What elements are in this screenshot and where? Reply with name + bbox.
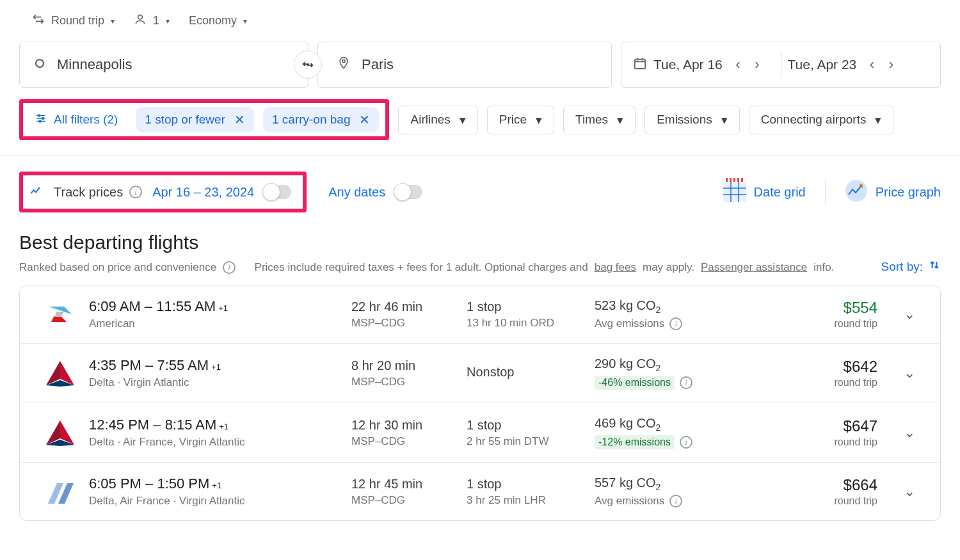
destination-value: Paris	[362, 56, 394, 73]
depart-date-value: Tue, Apr 16	[653, 57, 723, 72]
results-subtitle: Ranked based on price and convenience i …	[19, 261, 834, 274]
track-any-dates-toggle[interactable]	[396, 185, 422, 199]
svg-rect-3	[635, 59, 646, 68]
info-icon[interactable]: i	[129, 186, 142, 198]
svg-point-2	[342, 60, 345, 62]
airline-logo	[38, 299, 83, 330]
caret-down-icon: ▾	[166, 17, 170, 26]
flight-stops: 1 stop	[467, 418, 588, 433]
flight-row[interactable]: 6:09 AM – 11:55 AM+1 American 22 hr 46 m…	[20, 285, 940, 344]
emissions-sub: -46% emissions i	[595, 376, 735, 390]
track-prices-label: Track prices i	[54, 185, 142, 200]
sort-by-button[interactable]: Sort by:	[881, 259, 941, 275]
swap-origin-dest-button[interactable]	[294, 51, 322, 79]
flight-emissions: 557 kg CO2	[595, 476, 735, 492]
flight-duration: 12 hr 30 min	[351, 418, 460, 433]
close-icon[interactable]: ✕	[359, 112, 370, 127]
return-prev-button[interactable]: ‹	[863, 56, 881, 73]
flight-stops: 1 stop	[467, 300, 588, 314]
flight-duration: 12 hr 45 min	[351, 477, 460, 492]
passengers-select[interactable]: 1 ▾	[134, 13, 170, 29]
info-icon[interactable]: i	[680, 376, 692, 389]
airline-name: Delta · Virgin Atlantic	[89, 376, 345, 389]
expand-icon[interactable]: ⌄	[897, 424, 922, 441]
flight-emissions: 469 kg CO2	[595, 416, 735, 433]
filter-chip-bags[interactable]: 1 carry-on bag ✕	[263, 107, 380, 132]
expand-icon[interactable]: ⌄	[897, 365, 922, 381]
price-sublabel: round trip	[742, 495, 877, 507]
flight-row[interactable]: 6:05 PM – 1:50 PM+1 Delta, Air France · …	[20, 463, 940, 520]
track-dates-toggle[interactable]	[264, 185, 291, 199]
flight-price: $664	[742, 476, 877, 494]
origin-input[interactable]: Minneapolis	[19, 42, 308, 88]
flight-emissions: 523 kg CO2	[595, 298, 735, 315]
flight-layover: 13 hr 10 min ORD	[467, 317, 588, 330]
flight-price: $647	[742, 417, 877, 435]
filter-price[interactable]: Price▾	[487, 106, 554, 134]
info-icon[interactable]: i	[669, 317, 682, 330]
airline-logo	[38, 478, 83, 505]
expand-icon[interactable]: ⌄	[897, 306, 922, 323]
date-range-input[interactable]: Tue, Apr 16 ‹ › Tue, Apr 23 ‹ ›	[621, 42, 941, 88]
svg-point-4	[38, 115, 40, 116]
price-graph-button[interactable]: Price graph	[845, 179, 941, 205]
close-icon[interactable]: ✕	[234, 112, 245, 127]
highlight-filters: All filters (2) 1 stop or fewer ✕ 1 carr…	[19, 99, 389, 140]
airline-logo	[38, 419, 83, 446]
filter-times[interactable]: Times▾	[563, 106, 636, 134]
chip-label: 1 stop or fewer	[145, 113, 225, 127]
airline-name: American	[89, 317, 345, 330]
bag-fees-link[interactable]: bag fees	[595, 261, 636, 274]
flight-row[interactable]: 12:45 PM – 8:15 AM+1 Delta · Air France,…	[20, 403, 940, 463]
calendar-icon	[633, 56, 647, 74]
emissions-badge: -12% emissions	[595, 435, 675, 449]
flight-list: 6:09 AM – 11:55 AM+1 American 22 hr 46 m…	[19, 285, 941, 521]
flight-duration: 8 hr 20 min	[351, 358, 460, 373]
filter-airlines[interactable]: Airlines▾	[398, 106, 477, 134]
results-title: Best departing flights	[19, 232, 941, 253]
flight-stops: 1 stop	[467, 477, 588, 492]
caret-down-icon: ▾	[111, 17, 115, 26]
passenger-assistance-link[interactable]: Passenger assistance	[701, 261, 807, 274]
cabin-select[interactable]: Economy ▾	[189, 14, 247, 28]
swap-icon	[32, 13, 45, 29]
track-date-range: Apr 16 – 23, 2024	[152, 185, 254, 200]
svg-point-0	[138, 15, 143, 19]
info-icon[interactable]: i	[223, 261, 236, 274]
filter-chip-stops[interactable]: 1 stop or fewer ✕	[136, 107, 254, 132]
flight-time: 6:05 PM – 1:50 PM+1	[89, 476, 345, 492]
depart-next-button[interactable]: ›	[748, 56, 766, 73]
person-icon	[134, 13, 147, 29]
flight-row[interactable]: 4:35 PM – 7:55 AM+1 Delta · Virgin Atlan…	[20, 344, 940, 403]
filter-emissions[interactable]: Emissions▾	[644, 106, 740, 134]
chip-label: 1 carry-on bag	[272, 113, 351, 127]
caret-down-icon: ▾	[875, 113, 881, 127]
emissions-sub: Avg emissions i	[595, 317, 735, 330]
caret-down-icon: ▾	[536, 113, 542, 127]
highlight-track-prices: Track prices i Apr 16 – 23, 2024	[19, 172, 307, 212]
filter-connecting-airports[interactable]: Connecting airports▾	[749, 106, 894, 134]
all-filters-button[interactable]: All filters (2)	[26, 109, 127, 131]
airline-logo	[38, 360, 83, 387]
info-icon[interactable]: i	[680, 436, 692, 449]
destination-input[interactable]: Paris	[317, 42, 612, 88]
flight-time: 4:35 PM – 7:55 AM+1	[89, 357, 345, 374]
svg-point-12	[845, 180, 867, 202]
trip-type-select[interactable]: Round trip ▾	[32, 13, 115, 29]
date-grid-icon	[723, 182, 746, 202]
cabin-label: Economy	[189, 14, 237, 28]
return-next-button[interactable]: ›	[882, 56, 900, 73]
info-icon[interactable]: i	[669, 495, 682, 508]
expand-icon[interactable]: ⌄	[897, 483, 922, 500]
flight-time: 12:45 PM – 8:15 AM+1	[89, 417, 345, 433]
airline-name: Delta, Air France · Virgin Atlantic	[89, 495, 345, 508]
date-grid-button[interactable]: Date grid	[723, 182, 806, 202]
svg-point-5	[42, 117, 44, 119]
svg-point-6	[39, 120, 41, 122]
flight-route: MSP–CDG	[351, 435, 460, 448]
depart-prev-button[interactable]: ‹	[729, 56, 747, 73]
sort-icon	[928, 259, 941, 275]
emissions-sub: Avg emissions i	[595, 495, 735, 508]
pin-icon	[337, 55, 350, 74]
flight-price: $554	[742, 299, 877, 317]
